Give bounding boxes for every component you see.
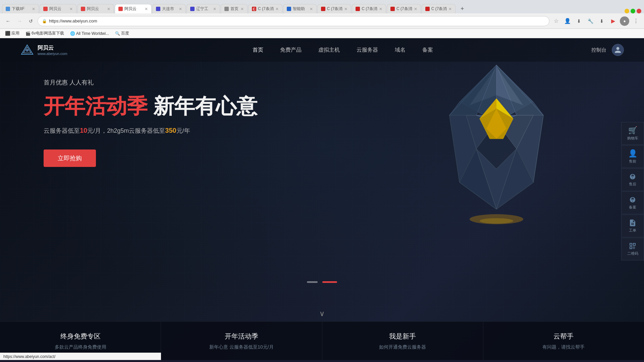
user-account-button[interactable]: ● <box>620 16 629 26</box>
beian-icon <box>629 196 637 204</box>
tab-favicon <box>118 7 123 11</box>
indicator-2-active[interactable] <box>322 281 337 283</box>
close-window-button[interactable] <box>637 9 641 13</box>
forward-button[interactable]: → <box>15 16 24 26</box>
tab-4-active[interactable]: 阿贝云 ✕ <box>115 4 152 13</box>
tab-7[interactable]: 首页 ✕ <box>221 4 248 13</box>
beian-label: 备案 <box>629 205 636 210</box>
qrcode-label: 二维码 <box>627 251 638 256</box>
close-icon[interactable]: ✕ <box>310 7 313 11</box>
bookmark-all[interactable]: 🌐 All Time Worldwi... <box>68 31 111 37</box>
tab-6[interactable]: 辽宁工 ✕ <box>186 4 220 13</box>
tab-8[interactable]: C C (7条消 ✕ <box>248 4 282 13</box>
address-bar-row: ← → ↺ 🔒 https://www.abeiyun.com ☆ 👤 ⬇ 🔧 … <box>0 13 644 29</box>
close-icon[interactable]: ✕ <box>379 7 382 11</box>
float-workorder[interactable]: 工单 <box>621 215 644 237</box>
tab-label: 阿贝云 <box>49 6 68 12</box>
tab-label: 首页 <box>230 6 239 12</box>
nav-cloud[interactable]: 云服务器 <box>357 47 378 54</box>
cart-icon: 🛒 <box>628 126 637 135</box>
close-icon[interactable]: ✕ <box>240 7 244 11</box>
back-button[interactable]: ← <box>3 16 13 26</box>
close-icon[interactable]: ✕ <box>32 7 35 11</box>
feature-activity[interactable]: 开年活动季 新年心意 云服务器低至10元/月 <box>161 322 322 360</box>
nav-free[interactable]: 免费产品 <box>280 47 302 54</box>
address-bar[interactable]: 🔒 https://www.abeiyun.com <box>38 16 549 26</box>
tab-label: 阿贝云 <box>87 6 105 12</box>
user-avatar-icon <box>614 46 622 54</box>
hero-subtitle: 首月优惠 人人有礼 <box>44 78 257 86</box>
tab-label: 大连市 <box>162 6 177 12</box>
tab-11[interactable]: C (7条消 ✕ <box>352 4 386 13</box>
nav-domain[interactable]: 域名 <box>395 47 406 54</box>
nav-home[interactable]: 首页 <box>253 47 263 54</box>
close-icon[interactable]: ✕ <box>69 7 73 11</box>
control-panel-link[interactable]: 控制台 <box>591 47 606 53</box>
media-button[interactable]: ▶ <box>608 16 618 26</box>
float-aftersales[interactable]: 售后 <box>621 168 644 191</box>
tab-13[interactable]: C (7条消 ✕ <box>422 4 456 13</box>
indicator-1[interactable] <box>307 281 318 283</box>
close-icon[interactable]: ✕ <box>344 7 347 11</box>
minimize-button[interactable] <box>625 9 629 13</box>
hero-title-white: 新年有心意 <box>148 95 257 118</box>
feature-helper[interactable]: 云帮手 有问题，请找云帮手 <box>483 322 644 360</box>
menu-button[interactable]: ⋮ <box>631 16 641 26</box>
tab-favicon <box>224 7 229 11</box>
avatar[interactable] <box>612 44 624 56</box>
logo-url: www.abeiyun.com <box>38 52 67 56</box>
download2-button[interactable]: ⬇ <box>597 16 606 26</box>
float-cart[interactable]: 🛒 购物车 <box>621 122 644 145</box>
tab-3[interactable]: 阿贝云 ✕ <box>77 4 114 13</box>
new-tab-button[interactable]: + <box>458 4 467 13</box>
logo[interactable]: 阿贝云 www.abeiyun.com <box>20 44 67 56</box>
globe-icon: 🌐 <box>70 31 75 36</box>
desc-prefix: 云服务器低至 <box>44 127 80 134</box>
scroll-arrow[interactable]: ∨ <box>319 309 325 318</box>
tab-2[interactable]: 阿贝云 ✕ <box>40 4 76 13</box>
bookmark-label: All Time Worldwi... <box>76 31 109 36</box>
extensions-button[interactable]: 🔧 <box>586 16 595 26</box>
tab-label: 阿贝云 <box>124 6 143 12</box>
svg-point-21 <box>480 218 513 224</box>
cta-button[interactable]: 立即抢购 <box>44 149 96 167</box>
sidebar-float: 🛒 购物车 👤 售前 售后 备案 工单 <box>621 122 644 260</box>
profile-button[interactable]: 👤 <box>563 16 572 26</box>
bookmark-6v[interactable]: 🎬 6v电影网迅富下载 <box>24 30 66 37</box>
apps-bookmark[interactable]: ⬛ 应用 <box>3 30 21 37</box>
tab-9[interactable]: 智能助 ✕ <box>283 4 317 13</box>
bookmark-label: 6v电影网迅富下载 <box>32 31 64 36</box>
url-text: https://www.abeiyun.com <box>49 18 97 23</box>
download-button[interactable]: ⬇ <box>574 16 584 26</box>
close-icon[interactable]: ✕ <box>179 7 182 11</box>
close-icon[interactable]: ✕ <box>448 7 452 11</box>
tab-5[interactable]: 大连市 ✕ <box>152 4 186 13</box>
qrcode-icon <box>629 242 637 250</box>
status-url: https://www.abeiyun.com/act/ <box>3 354 55 359</box>
bookmark-label: 百度 <box>121 31 129 36</box>
desc-suffix: 元/年 <box>176 127 190 134</box>
maximize-button[interactable] <box>631 9 635 13</box>
gem-container <box>416 55 577 256</box>
bookmark-baidu[interactable]: 🔍 百度 <box>113 30 131 37</box>
close-icon[interactable]: ✕ <box>414 7 417 11</box>
nav-beian[interactable]: 备案 <box>422 47 433 54</box>
presales-label: 售前 <box>629 159 636 164</box>
tab-10[interactable]: C (7条消 ✕ <box>317 4 352 13</box>
close-icon[interactable]: ✕ <box>145 7 148 11</box>
float-beian[interactable]: 备案 <box>621 191 644 214</box>
close-icon[interactable]: ✕ <box>275 7 279 11</box>
hero-title: 开年活动季 新年有心意 <box>44 94 257 119</box>
feature-newbie[interactable]: 我是新手 如何开通免费云服务器 <box>322 322 483 360</box>
close-icon[interactable]: ✕ <box>213 7 216 11</box>
close-icon[interactable]: ✕ <box>107 7 110 11</box>
nav-vhost[interactable]: 虚拟主机 <box>318 47 340 54</box>
reload-button[interactable]: ↺ <box>26 16 36 26</box>
tab-label: C (7条消 <box>362 6 377 12</box>
bookmark-button[interactable]: ☆ <box>551 16 561 26</box>
float-presales[interactable]: 👤 售前 <box>621 145 644 168</box>
float-qrcode[interactable]: 二维码 <box>621 238 644 260</box>
tab-12[interactable]: C (7条消 ✕ <box>387 4 421 13</box>
tab-1[interactable]: 下载ItF ✕ <box>2 4 39 13</box>
feature-title: 云帮手 <box>553 332 574 341</box>
